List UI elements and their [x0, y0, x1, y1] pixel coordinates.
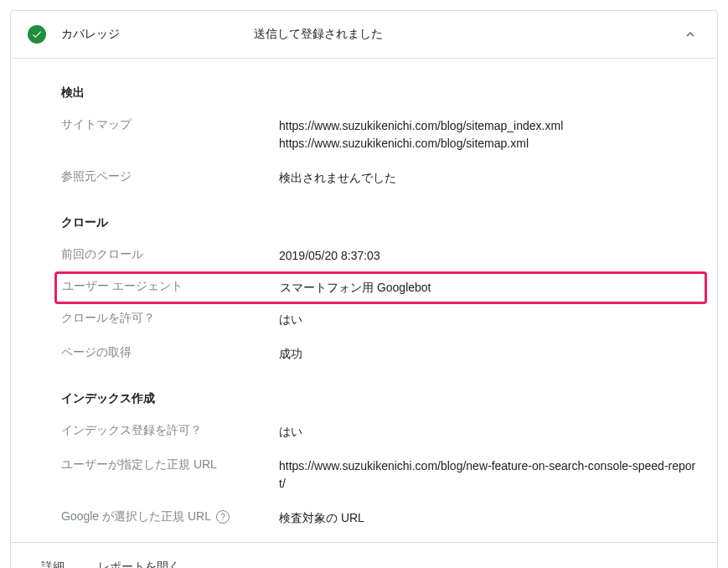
open-report-button[interactable]: レポートを開く [85, 553, 194, 568]
label-sitemap: サイトマップ [61, 117, 279, 132]
label-last-crawl: 前回のクロール [61, 247, 279, 262]
row-indexing-allowed: インデックス登録を許可？ はい [61, 415, 700, 449]
row-crawl-allowed: クロールを許可？ はい [61, 302, 700, 337]
label-page-fetch: ページの取得 [61, 345, 279, 360]
value-user-canonical: https://www.suzukikenichi.com/blog/new-f… [279, 457, 700, 493]
header-title: カバレッジ [61, 27, 254, 42]
label-referrer: 参照元ページ [61, 169, 279, 184]
row-referrer: 参照元ページ 検出されませんでした [61, 161, 700, 195]
label-user-agent: ユーザー エージェント [62, 279, 280, 294]
coverage-card: カバレッジ 送信して登録されました 検出 サイトマップ https://www.… [10, 10, 718, 568]
value-google-canonical: 検査対象の URL [279, 509, 700, 527]
help-icon[interactable]: ? [216, 510, 230, 524]
value-referrer: 検出されませんでした [279, 169, 700, 187]
card-footer: 詳細 レポートを開く [11, 542, 717, 568]
section-crawl-title: クロール [61, 195, 700, 239]
value-page-fetch: 成功 [279, 345, 700, 363]
card-content: 検出 サイトマップ https://www.suzukikenichi.com/… [11, 59, 717, 542]
section-discovery-title: 検出 [61, 65, 700, 109]
row-google-canonical: Google が選択した正規 URL ? 検査対象の URL [61, 501, 700, 535]
card-header[interactable]: カバレッジ 送信して登録されました [11, 11, 717, 59]
row-last-crawl: 前回のクロール 2019/05/20 8:37:03 [61, 239, 700, 273]
value-last-crawl: 2019/05/20 8:37:03 [279, 247, 700, 265]
row-user-canonical: ユーザーが指定した正規 URL https://www.suzukikenich… [61, 449, 700, 501]
row-user-agent-highlighted: ユーザー エージェント スマートフォン用 Googlebot [54, 271, 707, 304]
chevron-up-icon[interactable] [680, 24, 700, 44]
label-google-canonical-text: Google が選択した正規 URL [61, 509, 211, 524]
label-user-canonical: ユーザーが指定した正規 URL [61, 457, 279, 472]
value-indexing-allowed: はい [279, 423, 700, 441]
check-circle-icon [28, 25, 46, 44]
value-user-agent: スマートフォン用 Googlebot [280, 279, 700, 297]
details-button[interactable]: 詳細 [28, 553, 78, 568]
value-sitemap: https://www.suzukikenichi.com/blog/sitem… [279, 117, 700, 152]
label-indexing-allowed: インデックス登録を許可？ [61, 423, 279, 438]
label-crawl-allowed: クロールを許可？ [61, 311, 279, 326]
header-status: 送信して登録されました [254, 27, 680, 42]
section-indexing-title: インデックス作成 [61, 371, 700, 415]
row-sitemap: サイトマップ https://www.suzukikenichi.com/blo… [61, 109, 700, 161]
value-crawl-allowed: はい [279, 311, 700, 328]
row-page-fetch: ページの取得 成功 [61, 337, 700, 371]
label-google-canonical: Google が選択した正規 URL ? [61, 509, 279, 524]
